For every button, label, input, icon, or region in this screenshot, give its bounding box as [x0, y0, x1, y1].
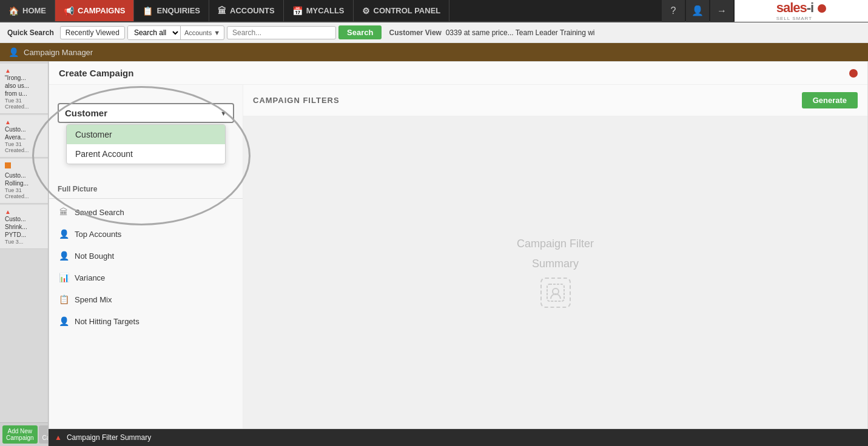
menu-item-not-bought[interactable]: 👤 Not Bought	[49, 245, 243, 267]
sidebar-campaign-4[interactable]: ▲ Custo...Shrink...PYTD... Tue 3...	[0, 205, 48, 249]
top-navigation: 🏠 HOME 📢 CAMPAIGNS 📋 ENQUIRIES 🏛 ACCOUNT…	[0, 0, 868, 22]
menu-item-top-accounts[interactable]: 👤 Top Accounts	[49, 223, 243, 245]
breadcrumb-bar: 👤 Campaign Manager	[0, 43, 868, 61]
dropdown-option-parent-account[interactable]: Parent Account	[67, 144, 225, 164]
accounts-nav-icon: 🏛	[218, 6, 226, 16]
search-bar: Quick Search Recently Viewed Search all …	[0, 22, 868, 43]
filters-title: CAMPAIGN FILTERS	[253, 96, 340, 105]
forward-icon: →	[717, 5, 727, 16]
search-input[interactable]	[227, 26, 336, 39]
enquiries-icon: 📋	[143, 6, 153, 16]
logo-area: sales-i SELL SMART	[735, 0, 868, 22]
sidebar-campaign-2[interactable]: ▲ Custo...Avera... Tue 31 Created...	[0, 115, 48, 158]
filters-header: CAMPAIGN FILTERS Generate	[243, 85, 867, 116]
menu-item-saved-search[interactable]: 🏛 Saved Search	[49, 201, 243, 223]
user-icon: 👤	[691, 5, 704, 16]
accounts-label: Accounts	[184, 29, 212, 36]
nav-control-panel[interactable]: ⚙ CONTROL PANEL	[354, 0, 450, 21]
campaign-warning-4: ▲	[5, 208, 43, 215]
sidebar-campaign-1[interactable]: ▲ "Irong...also us...from u... Tue 31 Cr…	[0, 64, 48, 114]
search-type-selector[interactable]: Search all Accounts ▼	[127, 25, 224, 40]
campaign-created-3: Created...	[5, 193, 43, 199]
modal-body: Customer ▼ Customer Parent Account	[49, 85, 867, 428]
campaign-date-3: Tue 31	[5, 187, 43, 193]
campaign-created-1: Created...	[5, 104, 43, 110]
menu-item-variance[interactable]: 📊 Variance	[49, 267, 243, 288]
top-accounts-icon: 👤	[58, 228, 70, 240]
campaign-filter-summary: Campaign Filter Summary	[243, 116, 867, 428]
search-info: Customer View 0339 at same price... Team…	[389, 28, 594, 37]
main-layout: ▲ "Irong...also us...from u... Tue 31 Cr…	[0, 61, 868, 446]
breadcrumb-icon: 👤	[8, 47, 19, 57]
modal-right-panel: CAMPAIGN FILTERS Generate Campaign Filte…	[243, 85, 867, 428]
modal-left-panel: Customer ▼ Customer Parent Account	[49, 85, 243, 428]
not-bought-icon: 👤	[58, 250, 70, 262]
search-type-select[interactable]: Search all	[128, 26, 180, 39]
nav-right-icons: ? 👤 → sales-i SELL SMART	[662, 0, 868, 22]
menu-item-spend-mix[interactable]: 📋 Spend Mix	[49, 288, 243, 310]
campaign-date-2: Tue 31	[5, 141, 43, 147]
control-panel-icon: ⚙	[362, 6, 370, 16]
campaign-date-1: Tue 31	[5, 98, 43, 104]
modal-close-button[interactable]	[849, 69, 858, 78]
bottom-bar: ▲ Campaign Filter Summary	[49, 429, 868, 446]
saved-search-icon: 🏛	[58, 206, 70, 218]
sidebar-button-bar: Add New Campaign Delete Campaign	[0, 422, 48, 446]
modal-header: Create Campaign	[49, 62, 867, 85]
dropdown-arrow-icon: ▼	[220, 110, 227, 117]
full-picture-section: Full Picture 🏛 Saved Search 👤 Top Accoun…	[49, 176, 243, 336]
recently-viewed-button[interactable]: Recently Viewed	[60, 26, 125, 39]
variance-icon: 📊	[58, 271, 70, 284]
not-bought-label: Not Bought	[75, 251, 114, 261]
campaign-sidebar: ▲ "Irong...also us...from u... Tue 31 Cr…	[0, 61, 49, 446]
customer-type-dropdown[interactable]: Customer ▼	[58, 103, 234, 123]
campaign-warning-2: ▲	[5, 119, 43, 125]
breadcrumb-label: Campaign Manager	[24, 48, 93, 57]
dropdown-option-customer[interactable]: Customer	[67, 125, 225, 144]
forward-button[interactable]: →	[710, 0, 733, 22]
nav-enquiries[interactable]: 📋 ENQUIRIES	[134, 0, 209, 21]
delete-campaign-button[interactable]: Delete Campaign	[39, 425, 49, 444]
spend-mix-label: Spend Mix	[75, 295, 112, 304]
menu-item-not-hitting-targets[interactable]: 👤 Not Hitting Targets	[49, 310, 243, 332]
variance-label: Variance	[75, 273, 105, 282]
campaign-text-1: "Irong...also us...from u...	[5, 74, 43, 98]
help-button[interactable]: ?	[662, 0, 685, 22]
sidebar-campaign-3[interactable]: Custo...Rolling... Tue 31 Created...	[0, 159, 48, 204]
quick-search-label: Quick Search	[4, 28, 58, 37]
nav-mycalls[interactable]: 📅 MYCALLS	[284, 0, 354, 21]
dropdown-selected-label: Customer	[65, 108, 107, 118]
accounts-dropdown[interactable]: Accounts ▼	[181, 27, 224, 38]
campaign-date-4: Tue 3...	[5, 239, 43, 245]
nav-campaigns-label: CAMPAIGNS	[78, 6, 125, 15]
bottom-bar-label: Campaign Filter Summary	[67, 433, 151, 442]
help-icon: ?	[671, 5, 676, 16]
filter-summary-text-2: Summary	[532, 258, 579, 270]
mycalls-icon: 📅	[292, 6, 303, 16]
logo-text: sales-i	[776, 0, 827, 16]
nav-accounts[interactable]: 🏛 ACCOUNTS	[209, 0, 284, 21]
nav-accounts-label: ACCOUNTS	[230, 6, 275, 15]
campaign-created-2: Created...	[5, 147, 43, 153]
logo-subtitle: SELL SMART	[776, 16, 827, 21]
home-icon: 🏠	[8, 6, 19, 16]
dropdown-container: Customer ▼ Customer Parent Account	[49, 97, 243, 170]
filter-summary-text-1: Campaign Filter	[517, 238, 594, 250]
nav-mycalls-label: MYCALLS	[306, 6, 345, 15]
saved-search-label: Saved Search	[75, 208, 124, 217]
dropdown-menu: Customer Parent Account	[66, 124, 226, 164]
search-button[interactable]: Search	[338, 25, 382, 39]
not-hitting-targets-label: Not Hitting Targets	[75, 317, 140, 326]
campaign-indicator-3	[5, 162, 11, 168]
nav-home[interactable]: 🏠 HOME	[0, 0, 55, 21]
filter-summary-icon	[540, 278, 571, 308]
add-new-campaign-button[interactable]: Add New Campaign	[2, 425, 38, 444]
campaign-text-4: Custo...Shrink...PYTD...	[5, 215, 43, 239]
generate-button[interactable]: Generate	[802, 92, 858, 108]
user-button[interactable]: 👤	[686, 0, 709, 22]
main-content: Create Campaign Customer ▼	[49, 61, 868, 446]
campaign-warning-1: ▲	[5, 67, 43, 74]
modal-title: Create Campaign	[59, 68, 133, 78]
bottom-bar-triangle: ▲	[55, 433, 62, 442]
nav-campaigns[interactable]: 📢 CAMPAIGNS	[55, 0, 134, 21]
